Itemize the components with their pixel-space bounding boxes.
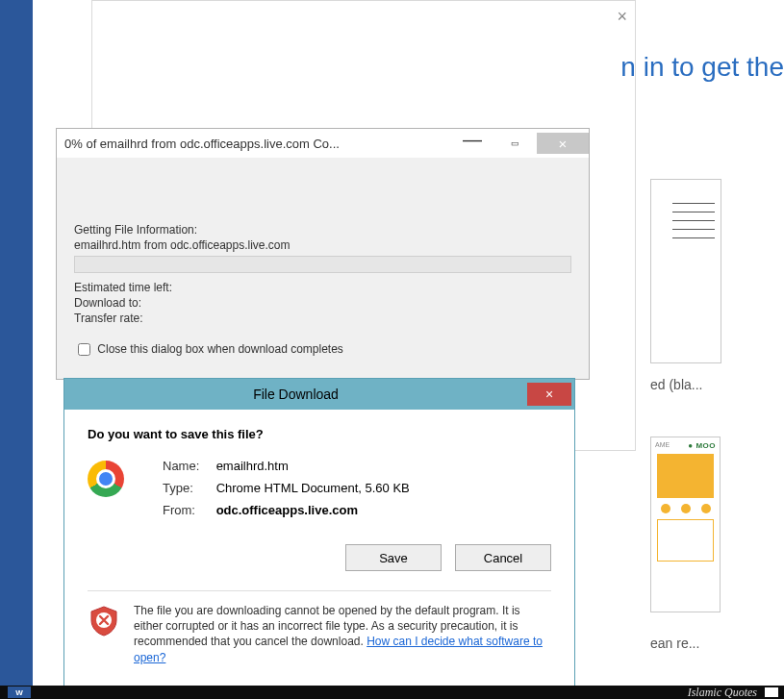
template-name-label: AME — [655, 441, 670, 450]
word-icon: W — [8, 687, 31, 698]
taskbar-tiny-box — [765, 687, 778, 697]
template-caption-1: ed (bla... — [650, 377, 702, 392]
getting-file-info-value: emailhrd.htm from odc.officeapps.live.co… — [74, 238, 571, 252]
from-value: odc.officeapps.live.com — [216, 503, 358, 517]
name-value: emailhrd.htm — [216, 459, 289, 473]
template-dots — [655, 504, 716, 513]
close-when-done-checkbox[interactable] — [78, 343, 90, 356]
getting-file-info-label: Getting File Information: — [74, 223, 571, 237]
template-lines — [672, 203, 715, 261]
close-button[interactable]: × — [537, 133, 589, 154]
minimize-button[interactable]: — — [452, 129, 493, 158]
save-button[interactable]: Save — [345, 544, 442, 571]
template-yellow-block — [657, 454, 714, 498]
from-label: From: — [163, 503, 213, 517]
download-to-label: Download to: — [74, 296, 571, 310]
taskbar[interactable]: W Islamic Quotes — [0, 686, 784, 699]
template-orange-block — [657, 519, 714, 562]
progress-bar — [74, 256, 571, 273]
template-caption-2: ean re... — [650, 636, 699, 651]
progress-titlebar[interactable]: 0% of emailhrd from odc.officeapps.live.… — [57, 129, 589, 158]
word-blue-sidebar — [0, 0, 33, 686]
maximize-button[interactable]: ▭ — [494, 133, 535, 154]
progress-title-text: 0% of emailhrd from odc.officeapps.live.… — [57, 137, 450, 151]
download-progress-window: 0% of emailhrd from odc.officeapps.live.… — [56, 128, 590, 380]
close-when-done-label: Close this dialog box when download comp… — [97, 342, 343, 356]
estimated-time-label: Estimated time left: — [74, 281, 571, 294]
warning-text: The file you are downloading cannot be o… — [134, 603, 551, 665]
cancel-button[interactable]: Cancel — [455, 544, 551, 571]
file-download-close-button[interactable]: × — [527, 383, 571, 406]
taskbar-word-icon[interactable]: W — [8, 687, 31, 698]
moo-logo: ● MOO — [688, 441, 716, 450]
template-thumbnail-2[interactable]: AME ● MOO — [650, 437, 721, 612]
type-label: Type: — [163, 481, 213, 495]
warning-shield-icon — [88, 605, 120, 637]
save-file-question: Do you want to save this file? — [88, 427, 551, 441]
taskbar-right-text: Islamic Quotes — [688, 686, 757, 700]
transfer-rate-label: Transfer rate: — [74, 312, 571, 325]
file-download-titlebar[interactable]: File Download × — [64, 379, 574, 410]
type-value: Chrome HTML Document, 5.60 KB — [216, 481, 410, 495]
template-thumbnail-1[interactable] — [650, 179, 721, 363]
file-download-title: File Download — [64, 387, 527, 402]
file-download-dialog: File Download × Do you want to save this… — [63, 378, 575, 699]
close-icon[interactable]: × — [617, 7, 627, 27]
chrome-icon — [88, 461, 124, 497]
sign-in-text: n in to get the — [620, 52, 784, 83]
name-label: Name: — [163, 459, 213, 473]
